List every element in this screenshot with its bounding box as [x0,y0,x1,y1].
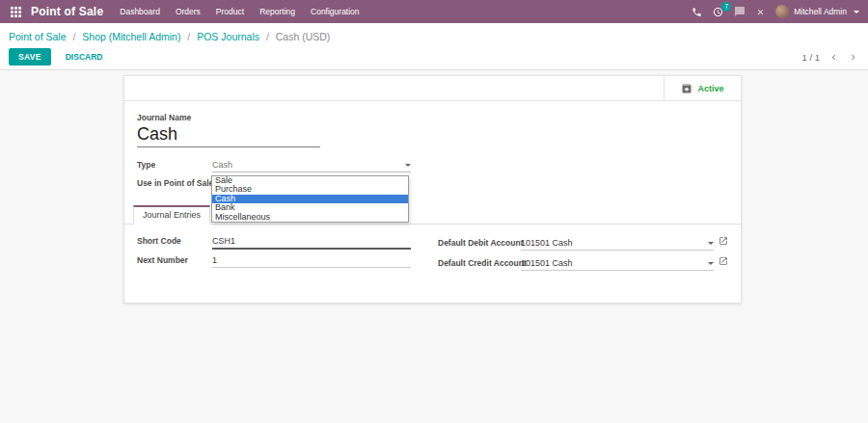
button-box: Active [124,76,741,101]
default-credit-account-label: Default Credit Account [438,258,521,268]
pager: 1 / 1 [802,52,859,63]
topbar-right: 7 Mitchell Admin [692,5,868,18]
short-code-row: Short Code CSH1 [137,236,411,250]
dropdown-option[interactable]: Purchase [212,185,408,194]
dropdown-option[interactable]: Bank [212,203,408,212]
default-debit-account-row: Default Debit Account 101501 Cash [438,236,728,251]
dropdown-option[interactable]: Sale [212,176,408,185]
form-sheet: Active Journal Name Cash Type Cash [123,75,742,304]
tab-journal-entries[interactable]: Journal Entries [133,205,210,225]
close-icon[interactable] [756,8,765,16]
activity-clock-icon[interactable]: 7 [713,7,723,17]
type-field-row: Type Cash [137,160,728,172]
activity-count-badge: 7 [721,2,731,12]
next-number-row: Next Number 1 [137,255,411,268]
next-number-input[interactable]: 1 [212,255,411,268]
breadcrumb-link-shop[interactable]: Shop (Mitchell Admin) [82,31,180,42]
pager-previous-button[interactable] [828,52,839,63]
archive-box-icon [681,83,692,94]
type-select[interactable]: Cash [212,160,411,172]
dropdown-option[interactable]: Miscellaneous [212,213,408,222]
menu-product[interactable]: Product [216,7,244,16]
journal-entries-tab-content: Short Code CSH1 Next Number 1 Default De… [137,236,728,277]
breadcrumb-link-point-of-sale[interactable]: Point of Sale [9,31,67,42]
menu-dashboard[interactable]: Dashboard [120,7,160,16]
default-debit-account-value: 101501 Cash [521,238,573,248]
content-area: Active Journal Name Cash Type Cash [0,70,868,423]
breadcrumb: Point of Sale / Shop (Mitchell Admin) / … [0,23,868,42]
main-menu: Dashboard Orders Product Reporting Confi… [120,7,359,16]
active-toggle-label: Active [697,84,723,93]
save-button[interactable]: SAVE [9,48,51,66]
phone-icon[interactable] [692,7,702,17]
top-navbar: Point of Sale Dashboard Orders Product R… [0,0,868,23]
external-link-icon [719,256,728,266]
default-debit-account-label: Default Debit Account [438,238,521,248]
chevron-down-icon [854,11,859,13]
app-title: Point of Sale [31,5,103,18]
user-avatar [775,5,789,18]
apps-menu-button[interactable] [0,0,31,23]
default-credit-account-value: 101501 Cash [521,258,573,268]
default-credit-account-input[interactable]: 101501 Cash [521,258,714,271]
grid-icon [11,7,21,17]
short-code-input[interactable]: CSH1 [212,236,411,250]
use-in-pos-label: Use in Point of Sale [137,178,212,188]
journal-name-input[interactable]: Cash [137,122,320,147]
control-panel: Point of Sale / Shop (Mitchell Admin) / … [0,23,868,70]
discard-button[interactable]: DISCARD [66,52,103,62]
chevron-left-icon [828,52,839,63]
chevron-right-icon [848,52,858,63]
breadcrumb-separator: / [187,31,190,42]
breadcrumb-link-pos-journals[interactable]: POS Journals [197,31,259,42]
default-debit-account-input[interactable]: 101501 Cash [521,238,714,251]
type-label: Type [137,160,212,170]
external-link-icon [719,236,728,246]
user-menu[interactable]: Mitchell Admin [775,5,859,18]
user-name: Mitchell Admin [794,7,847,16]
journal-name-group: Journal Name Cash [137,113,728,147]
pager-next-button[interactable] [848,52,858,63]
active-toggle-button[interactable]: Active [664,76,741,100]
caret-down-icon [708,262,714,265]
menu-orders[interactable]: Orders [176,7,201,16]
type-select-value: Cash [212,160,232,170]
left-field-column: Short Code CSH1 Next Number 1 [137,236,411,277]
breadcrumb-current: Cash (USD) [276,31,331,42]
open-credit-account-button[interactable] [719,256,728,266]
caret-down-icon [708,242,714,245]
app-window: Point of Sale Dashboard Orders Product R… [0,0,868,423]
breadcrumb-separator: / [72,31,75,42]
open-debit-account-button[interactable] [719,236,728,246]
action-button-row: SAVE DISCARD 1 / 1 [0,42,868,66]
default-credit-account-row: Default Credit Account 101501 Cash [438,256,728,271]
caret-down-icon [405,164,411,167]
breadcrumb-separator: / [266,31,269,42]
dropdown-option-selected[interactable]: Cash [212,195,408,203]
type-dropdown-list: Sale Purchase Cash Bank Miscellaneous [211,175,409,223]
next-number-label: Next Number [137,255,212,265]
journal-name-label: Journal Name [137,113,728,122]
menu-configuration[interactable]: Configuration [311,7,360,16]
pager-value: 1 / 1 [802,52,821,63]
short-code-label: Short Code [137,236,212,246]
menu-reporting[interactable]: Reporting [259,7,295,16]
chat-icon[interactable] [734,6,746,17]
right-field-column: Default Debit Account 101501 Cash Defaul… [438,236,728,277]
